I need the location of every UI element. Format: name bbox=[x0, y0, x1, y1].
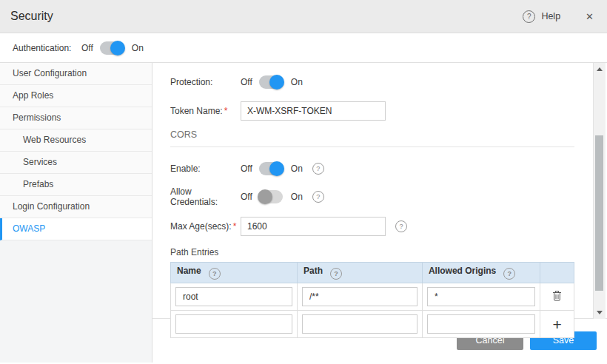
token-name-label-text: Token Name: bbox=[170, 106, 223, 116]
sidebar-item-login-configuration[interactable]: Login Configuration bbox=[0, 196, 152, 218]
toggle-on-label: On bbox=[291, 192, 303, 202]
security-dialog: Security ? Help ✕ Authentication: Off On… bbox=[0, 0, 607, 364]
toggle-track[interactable] bbox=[259, 75, 283, 89]
path-entries-label: Path Entries bbox=[170, 247, 574, 257]
sidebar-item-services[interactable]: Services bbox=[0, 152, 152, 174]
scroll-up-arrow-icon[interactable] bbox=[597, 67, 603, 71]
toggle-knob[interactable] bbox=[110, 41, 125, 55]
titlebar-actions: ? Help ✕ bbox=[523, 10, 594, 23]
table-row: + bbox=[171, 311, 574, 338]
close-icon[interactable]: ✕ bbox=[586, 11, 594, 22]
column-header-path-text: Path bbox=[304, 266, 323, 276]
main-panel: Protection: Off On Token Name:* CORS bbox=[152, 63, 607, 363]
vertical-scrollbar[interactable] bbox=[593, 63, 606, 319]
cors-enable-row: Enable: Off On ? bbox=[170, 161, 574, 176]
toggle-on-label: On bbox=[291, 164, 303, 174]
sidebar-item-prefabs[interactable]: Prefabs bbox=[0, 174, 152, 196]
token-name-input[interactable] bbox=[241, 101, 386, 121]
page-title: Security bbox=[10, 10, 53, 23]
enable-help-icon[interactable]: ? bbox=[312, 163, 324, 175]
trash-icon bbox=[552, 290, 562, 301]
dialog-body: User Configuration App Roles Permissions… bbox=[0, 63, 607, 363]
toggle-on-label: On bbox=[132, 43, 144, 53]
toggle-track[interactable] bbox=[259, 190, 283, 203]
sidebar-item-web-resources[interactable]: Web Resources bbox=[0, 129, 152, 152]
path-entries-table: Name? Path? Allowed Origins? bbox=[170, 262, 574, 338]
allow-credentials-row: Allow Credentials: Off On ? bbox=[170, 189, 574, 204]
titlebar: Security ? Help ✕ bbox=[0, 0, 607, 33]
path-entry-name-input[interactable] bbox=[175, 314, 292, 334]
scrollbar-thumb[interactable] bbox=[595, 135, 603, 291]
max-age-input[interactable] bbox=[241, 217, 386, 236]
sidebar: User Configuration App Roles Permissions… bbox=[0, 63, 152, 363]
row-actions-cell bbox=[540, 283, 574, 311]
path-help-icon[interactable]: ? bbox=[330, 268, 342, 280]
name-cell bbox=[171, 283, 298, 311]
row-actions-cell: + bbox=[540, 311, 574, 338]
scroll-down-arrow-icon[interactable] bbox=[597, 311, 603, 314]
token-name-row: Token Name:* bbox=[170, 101, 574, 121]
cors-section-label: CORS bbox=[170, 129, 574, 140]
toggle-off-label: Off bbox=[241, 164, 252, 174]
cors-enable-toggle[interactable]: Off On bbox=[241, 162, 303, 175]
protection-toggle[interactable]: Off On bbox=[241, 75, 303, 89]
name-cell bbox=[171, 311, 298, 338]
allowed-origins-help-icon[interactable]: ? bbox=[503, 268, 515, 280]
help-link[interactable]: Help bbox=[541, 11, 560, 21]
path-entry-name-input[interactable] bbox=[175, 287, 292, 306]
allow-credentials-toggle[interactable]: Off On bbox=[241, 190, 303, 203]
toggle-knob[interactable] bbox=[258, 189, 272, 204]
toggle-track[interactable] bbox=[259, 162, 283, 175]
required-asterisk: * bbox=[224, 106, 228, 116]
required-asterisk: * bbox=[233, 221, 237, 232]
authentication-bar: Authentication: Off On bbox=[0, 33, 607, 63]
path-entry-origins-input[interactable] bbox=[427, 287, 535, 306]
cors-divider bbox=[170, 146, 574, 147]
help-icon[interactable]: ? bbox=[523, 10, 535, 23]
sidebar-item-user-configuration[interactable]: User Configuration bbox=[0, 63, 152, 85]
path-cell bbox=[297, 311, 422, 338]
delete-row-button[interactable] bbox=[549, 289, 565, 304]
toggle-knob[interactable] bbox=[269, 75, 284, 90]
sidebar-item-permissions[interactable]: Permissions bbox=[0, 107, 152, 129]
toggle-track[interactable] bbox=[100, 41, 124, 55]
allow-credentials-help-icon[interactable]: ? bbox=[312, 191, 324, 203]
column-header-name: Name? bbox=[171, 263, 298, 283]
max-age-label-text: Max Age(secs): bbox=[170, 221, 232, 232]
name-help-icon[interactable]: ? bbox=[209, 268, 221, 280]
protection-row: Protection: Off On bbox=[170, 75, 574, 90]
sidebar-item-app-roles[interactable]: App Roles bbox=[0, 85, 152, 107]
table-header-row: Name? Path? Allowed Origins? bbox=[171, 263, 574, 283]
allow-credentials-label: Allow Credentials: bbox=[170, 186, 241, 207]
token-name-label: Token Name:* bbox=[170, 106, 241, 116]
allowed-origins-cell bbox=[422, 283, 540, 311]
path-entry-path-input[interactable] bbox=[302, 287, 417, 306]
authentication-toggle[interactable]: Off On bbox=[81, 41, 144, 55]
max-age-help-icon[interactable]: ? bbox=[395, 220, 407, 232]
protection-label: Protection: bbox=[170, 77, 241, 87]
sidebar-items: User Configuration App Roles Permissions… bbox=[0, 63, 152, 240]
plus-icon: + bbox=[552, 316, 561, 333]
toggle-on-label: On bbox=[291, 77, 303, 87]
authentication-label: Authentication: bbox=[13, 43, 81, 53]
column-header-allowed-origins: Allowed Origins? bbox=[422, 263, 540, 283]
allowed-origins-cell bbox=[422, 311, 540, 338]
toggle-off-label: Off bbox=[241, 192, 252, 202]
column-header-actions bbox=[540, 263, 574, 283]
path-entry-path-input[interactable] bbox=[302, 314, 417, 334]
toggle-off-label: Off bbox=[81, 43, 93, 53]
max-age-label: Max Age(secs):* bbox=[170, 221, 241, 232]
path-entries-header: Name? Path? Allowed Origins? bbox=[171, 263, 574, 283]
table-row bbox=[171, 283, 574, 311]
toggle-off-label: Off bbox=[241, 77, 252, 87]
column-header-allowed-origins-text: Allowed Origins bbox=[429, 266, 496, 276]
max-age-row: Max Age(secs):* ? bbox=[170, 217, 574, 236]
path-cell bbox=[297, 283, 422, 311]
enable-label: Enable: bbox=[170, 164, 241, 174]
column-header-name-text: Name bbox=[177, 266, 201, 276]
path-entry-origins-input[interactable] bbox=[427, 314, 535, 334]
add-row-button[interactable]: + bbox=[549, 315, 564, 334]
column-header-path: Path? bbox=[297, 263, 422, 283]
sidebar-item-owasp[interactable]: OWASP bbox=[0, 218, 152, 240]
toggle-knob[interactable] bbox=[269, 161, 284, 176]
